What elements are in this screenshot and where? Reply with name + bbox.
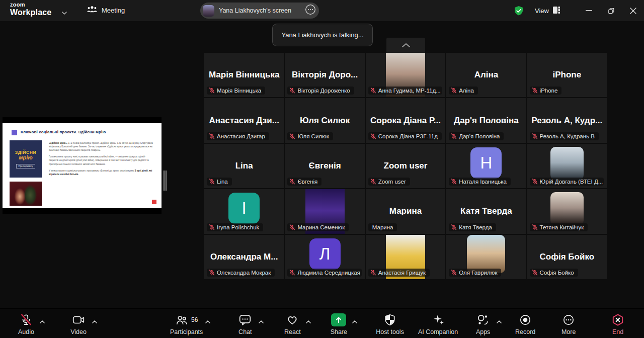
view-button[interactable]: View xyxy=(535,6,560,16)
participant-tile[interactable]: ЛЛюдмила Середницкая xyxy=(285,235,364,279)
participant-name-label: Катя Тверда xyxy=(449,223,496,231)
participant-tile[interactable]: ННаталя Іваницька xyxy=(446,144,526,188)
toolbar-participants-button[interactable]: 56Participants xyxy=(170,309,203,335)
participant-tile[interactable]: Олександра М...Олександра Мокрак xyxy=(204,235,284,279)
participant-tile[interactable]: Дар'я ПоловінаДар'я Половіна xyxy=(446,98,526,142)
participant-tile[interactable]: iPhoneiPhone xyxy=(527,53,607,97)
toolbar-chat-button[interactable]: Chat xyxy=(234,309,256,335)
participant-tile[interactable]: Вікторія Доро...Вікторія Дороженко xyxy=(285,53,364,97)
participant-tile[interactable]: Оля Гаврилюк xyxy=(446,235,526,279)
toolbar-end-button[interactable]: End xyxy=(607,309,629,335)
toolbar-video-button[interactable]: Video xyxy=(67,309,90,335)
participant-tile[interactable]: Анастасия Дзи...Анастасия Дзигар xyxy=(204,98,284,142)
workspace-chevron-down-icon[interactable] xyxy=(61,8,67,17)
participant-tile[interactable]: Тетяна Китайчук xyxy=(527,189,607,233)
participant-tile[interactable]: Сорока Діана Р...Сорока Діана РЗГ-11д xyxy=(366,98,445,142)
mic-muted-icon xyxy=(451,133,457,139)
participant-name-label: Людмила Середницкая xyxy=(287,269,361,277)
participant-tile[interactable]: Zoom userZoom user xyxy=(366,144,445,188)
maximize-restore-button[interactable] xyxy=(600,0,622,21)
mic-muted-icon xyxy=(532,179,538,185)
toolbar-apps-button[interactable]: Apps xyxy=(472,309,494,335)
participant-tile[interactable]: Марина Семенюк xyxy=(285,189,364,233)
participant-label-text: Людмила Середницкая xyxy=(297,270,360,276)
caret-up-icon[interactable] xyxy=(92,317,98,326)
toolbar-participants-label: Participants xyxy=(170,328,203,335)
mic-muted-icon xyxy=(532,270,538,276)
participant-label-text: Lina xyxy=(217,179,228,185)
participant-label-text: Юрій Довгань (ВТЕІ Д... xyxy=(540,179,603,185)
view-layout-icon xyxy=(552,6,560,16)
toolbar-video-label: Video xyxy=(70,328,87,335)
participant-label-text: Резоль А, Кудрань В xyxy=(540,133,595,139)
participant-tile[interactable]: ЄвгеніяЄвгенія xyxy=(285,144,364,188)
tab-meeting-label: Meeting xyxy=(102,7,125,14)
participant-name-label: Євгенія xyxy=(287,178,321,186)
heart-icon xyxy=(286,313,299,326)
collapse-gallery-button[interactable] xyxy=(386,38,425,53)
mic-muted-icon xyxy=(20,313,33,326)
security-shield-check-icon[interactable] xyxy=(514,6,524,16)
toolbar-record-label: Record xyxy=(515,328,535,335)
participant-tile[interactable]: Анастасія Грищук xyxy=(366,235,445,279)
mic-muted-icon xyxy=(209,133,215,139)
minimize-button[interactable] xyxy=(578,0,600,21)
participant-label-text: Iryna Polishchuk xyxy=(217,224,259,230)
participant-name-label: Юрій Довгань (ВТЕІ Д... xyxy=(530,178,604,186)
slide-body-text: «Здійсни мрію». 1+1 media реалізовує про… xyxy=(49,141,153,179)
participant-label-text: Тетяна Китайчук xyxy=(540,224,584,230)
toolbar-share-label: Share xyxy=(331,328,347,335)
caret-up-icon[interactable] xyxy=(496,317,502,326)
toolbar-ai-companion-label: AI Companion xyxy=(418,328,458,335)
toolbar-audio-button[interactable]: Audio xyxy=(15,309,37,335)
participant-label-text: Анастасия Дзигар xyxy=(217,133,265,139)
participant-name-label: Юля Силюк xyxy=(287,132,333,140)
participant-tile[interactable]: Юля СилюкЮля Силюк xyxy=(285,98,364,142)
participant-tile[interactable]: АлінаАліна xyxy=(446,53,526,97)
toolbar-record-button[interactable]: Record xyxy=(514,309,536,335)
caret-up-icon[interactable] xyxy=(205,317,211,326)
caret-up-icon[interactable] xyxy=(352,317,358,326)
chat-icon xyxy=(238,313,252,326)
screen-share-banner-label: Yana Liakhovych's screen xyxy=(219,7,300,14)
participant-tile[interactable]: Марія ВінницькаМарія Вінницька xyxy=(204,53,284,97)
screen-share-banner[interactable]: Yana Liakhovych's screen xyxy=(200,3,319,19)
toolbar-react-label: React xyxy=(284,328,301,335)
caret-up-icon[interactable] xyxy=(305,317,311,326)
avatar-photo xyxy=(550,147,584,180)
participant-tile[interactable]: IIryna Polishchuk xyxy=(204,189,284,233)
mic-muted-icon xyxy=(209,270,215,276)
close-window-button[interactable] xyxy=(622,0,644,21)
mic-muted-icon xyxy=(289,224,295,230)
thumbnail-resize-handle[interactable] xyxy=(164,171,167,191)
toolbar-host-tools-button[interactable]: Host tools xyxy=(376,309,404,335)
tab-meeting[interactable]: Meeting xyxy=(87,5,125,15)
participant-tile[interactable]: Катя ТвердаКатя Тверда xyxy=(446,189,526,233)
toolbar-react-button[interactable]: React xyxy=(281,309,303,335)
mic-muted-icon xyxy=(451,270,457,276)
shared-screen-thumbnail[interactable]: Ключові соціальні проєкти. Здійсни мрію … xyxy=(3,117,162,214)
toolbar-apps-label: Apps xyxy=(476,328,491,335)
participant-label-text: Сорока Діана РЗГ-11д xyxy=(378,133,438,139)
participant-tile[interactable]: LinaLina xyxy=(204,144,284,188)
participant-tile[interactable]: Анна Гудима, МР-11д... xyxy=(366,53,445,97)
caret-up-icon[interactable] xyxy=(258,317,264,326)
participant-tile[interactable]: Софія БойкоСофія Бойко xyxy=(527,235,607,279)
toolbar-share-button[interactable]: Share xyxy=(328,309,350,335)
participant-label-text: Дар'я Половіна xyxy=(459,133,500,139)
caret-up-icon[interactable] xyxy=(39,317,45,326)
slide-title: Ключові соціальні проєкти. Здійсни мрію xyxy=(21,130,106,134)
participant-name-label: Дар'я Половіна xyxy=(449,132,504,140)
share-options-ellipsis-icon[interactable] xyxy=(305,4,316,17)
toolbar-host-tools-label: Host tools xyxy=(376,328,404,335)
toolbar-ai-companion-button[interactable]: AI Companion xyxy=(418,309,458,335)
participant-tile[interactable]: Резоль А, Кудр...Резоль А, Кудрань В xyxy=(527,98,607,142)
participant-tile[interactable]: МаринаМарина xyxy=(366,189,445,233)
slide-paragraph: У межах проєкту щомісяця разом з програм… xyxy=(49,169,153,176)
mic-muted-icon xyxy=(451,88,457,94)
shield-icon xyxy=(383,313,396,326)
toolbar-more-button[interactable]: More xyxy=(557,309,580,335)
participant-label-text: Марина xyxy=(372,224,393,230)
mic-muted-icon xyxy=(370,179,376,185)
participant-tile[interactable]: Юрій Довгань (ВТЕІ Д... xyxy=(527,144,607,188)
